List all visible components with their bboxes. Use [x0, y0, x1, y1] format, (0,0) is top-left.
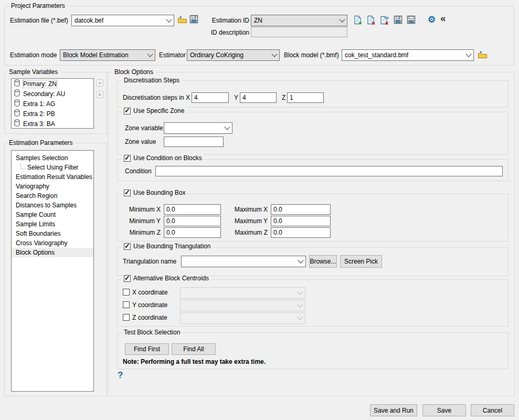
id-description-label: ID description [208, 29, 249, 36]
param-item-search-region[interactable]: Search Region [12, 191, 93, 201]
open-folder-icon[interactable] [478, 50, 488, 60]
delete-all-ids-icon[interactable] [380, 15, 389, 26]
zone-variable-combo[interactable] [164, 122, 232, 134]
minimum-y-input[interactable] [164, 216, 221, 226]
list-item[interactable]: Extra 2: PB [12, 109, 93, 119]
use-bounding-box-checkbox[interactable] [124, 190, 131, 196]
param-item-sample-count[interactable]: Sample Count [12, 210, 93, 219]
param-item-estimation-result-variables[interactable]: Estimation Result Variables [12, 172, 93, 182]
estimation-file-combo[interactable]: datcok.bef [71, 15, 174, 26]
estimation-parameters-list: Samples Selection Select Using Filter Es… [11, 150, 94, 392]
add-variable-button[interactable]: + [96, 79, 103, 87]
y-coordinate-combo[interactable] [180, 300, 305, 311]
z-coordinate-checkbox[interactable] [123, 314, 130, 321]
discretisation-z-input[interactable] [287, 92, 324, 103]
param-item-label: Select Using Filter [27, 163, 78, 172]
project-parameters-group: Project Parameters Estimation file (*.be… [4, 6, 514, 66]
maximum-x-input[interactable] [271, 204, 331, 215]
chevron-down-icon [271, 51, 277, 57]
discretisation-y-input[interactable] [240, 92, 277, 103]
condition-input[interactable] [155, 166, 503, 176]
minimum-z-label: Minimum Z [123, 229, 161, 236]
chevron-down-icon [465, 51, 471, 57]
chevron-down-icon [297, 301, 303, 307]
collapse-chevrons-icon[interactable]: « [440, 13, 446, 23]
id-description-input[interactable] [251, 27, 347, 37]
estimation-id-combo[interactable]: ZN [251, 15, 347, 26]
use-condition-checkbox[interactable] [124, 155, 131, 162]
discretisation-steps-group: Discretisation Steps Discretisation step… [117, 80, 509, 108]
estimator-combo[interactable]: Ordinary CoKriging [187, 49, 280, 61]
list-item[interactable]: Primary: ZN [12, 79, 93, 89]
param-item-distances-to-samples[interactable]: Distances to Samples [12, 201, 93, 210]
test-block-selection-group: Test Block Selection Find First Find All… [117, 332, 509, 369]
maximum-y-input[interactable] [271, 216, 331, 226]
estimation-id-value: ZN [254, 17, 262, 24]
sample-variables-group: Sample Variables Primary: ZN Secondary: … [4, 72, 107, 134]
find-all-button[interactable]: Find All [172, 343, 216, 355]
x-coordinate-label: X coordinate [132, 289, 167, 296]
param-item-variography[interactable]: Variography [12, 182, 93, 191]
param-item-block-options[interactable]: Block Options [12, 248, 93, 257]
dialog-window: Project Parameters Estimation file (*.be… [0, 0, 519, 420]
list-item[interactable]: Extra 1: AG [12, 99, 93, 109]
maximum-y-label: Maximum Y [232, 217, 268, 225]
screen-pick-button[interactable]: Screen Pick [340, 255, 382, 268]
use-specific-zone-checkbox[interactable] [124, 108, 131, 114]
triangulation-name-combo[interactable] [181, 256, 306, 267]
zone-value-input[interactable] [164, 136, 224, 147]
sample-variables-title: Sample Variables [7, 68, 60, 76]
triangulation-name-label: Triangulation name [123, 258, 176, 265]
save-file-icon[interactable] [189, 15, 198, 25]
open-folder-icon[interactable] [177, 15, 187, 25]
variable-icon [14, 99, 20, 108]
discretisation-y-label: Y [234, 94, 238, 101]
param-item-select-using-filter[interactable]: Select Using Filter [12, 163, 93, 172]
estimation-id-label: Estimation ID [208, 17, 249, 24]
variable-icon [14, 109, 20, 118]
z-coordinate-combo[interactable] [180, 312, 305, 324]
add-id-icon[interactable] [354, 15, 363, 26]
param-item-cross-variography[interactable]: Cross Variography [12, 238, 93, 248]
param-item-samples-selection[interactable]: Samples Selection [12, 153, 93, 163]
estimation-mode-label: Estimation mode [10, 51, 57, 59]
settings-gear-icon[interactable]: ⚙ [428, 15, 436, 24]
param-item-soft-boundaries[interactable]: Soft Boundaries [12, 229, 93, 238]
estimation-mode-value: Block Model Estimation [63, 51, 129, 59]
variable-icon [14, 89, 20, 98]
delete-id-icon[interactable] [367, 15, 376, 26]
y-coordinate-checkbox[interactable] [123, 301, 130, 308]
minimum-x-input[interactable] [164, 204, 221, 215]
test-block-selection-title: Test Block Selection [122, 329, 182, 336]
project-parameters-title: Project Parameters [9, 2, 67, 9]
condition-group: Use Condition on Blocks Condition [117, 159, 509, 181]
minimum-z-input[interactable] [164, 227, 221, 238]
specific-zone-group: Use Specific Zone Zone variable Zone val… [117, 112, 509, 155]
tree-branch-icon [20, 164, 26, 169]
list-item[interactable]: Extra 3: BA [12, 119, 93, 129]
x-coordinate-combo[interactable] [180, 287, 305, 299]
discretisation-x-input[interactable] [192, 92, 229, 103]
zone-value-label: Zone value [125, 138, 156, 145]
find-first-button[interactable]: Find First [125, 343, 169, 355]
save-id-icon[interactable] [394, 15, 403, 25]
save-button[interactable]: Save [422, 404, 466, 416]
use-bounding-triangulation-checkbox[interactable] [124, 243, 131, 250]
maximum-z-input[interactable] [271, 227, 331, 238]
browse-button[interactable]: Browse... [309, 255, 337, 268]
help-icon[interactable]: ? [118, 370, 123, 381]
cancel-button[interactable]: Cancel [471, 404, 514, 416]
y-coordinate-label: Y coordinate [132, 301, 167, 309]
list-item[interactable]: Secondary: AU [12, 89, 93, 99]
remove-variable-button[interactable]: × [96, 91, 103, 98]
x-coordinate-checkbox[interactable] [123, 289, 130, 296]
estimation-mode-combo[interactable]: Block Model Estimation [60, 49, 155, 61]
discretisation-steps-title: Discretisation Steps [122, 77, 182, 84]
block-model-combo[interactable]: cok_test_standard.bmf [342, 49, 474, 61]
save-as-id-icon[interactable] [407, 15, 416, 25]
param-item-sample-limits[interactable]: Sample Limits [12, 219, 93, 229]
chevron-down-icon [297, 289, 303, 295]
save-and-run-button[interactable]: Save and Run [370, 404, 417, 416]
alternative-centroids-checkbox[interactable] [124, 275, 131, 282]
chevron-down-icon [339, 16, 345, 22]
